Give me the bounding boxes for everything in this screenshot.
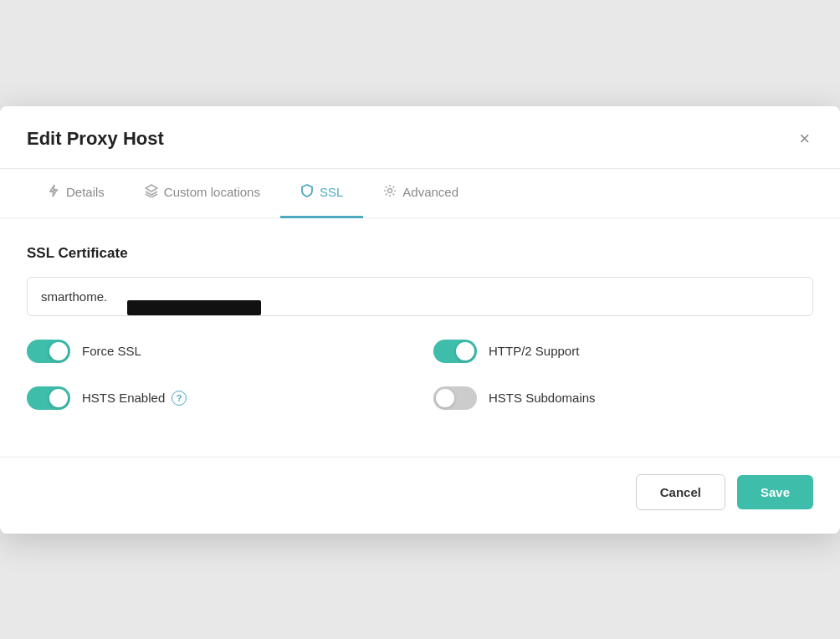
hsts-subdomains-track[interactable] (433, 386, 477, 410)
http2-thumb (456, 342, 474, 360)
force-ssl-track[interactable] (27, 340, 70, 363)
http2-toggle[interactable] (433, 340, 477, 363)
hsts-enabled-thumb (49, 389, 68, 407)
shield-icon (300, 184, 314, 201)
http2-track[interactable] (433, 340, 477, 363)
modal-title: Edit Proxy Host (27, 128, 164, 150)
hsts-enabled-toggle[interactable] (27, 386, 70, 410)
tab-custom-locations-label: Custom locations (164, 185, 260, 199)
force-ssl-toggle[interactable] (27, 340, 70, 363)
edit-proxy-host-modal: Edit Proxy Host × Details Custom locatio… (0, 106, 840, 534)
http2-row: HTTP/2 Support (433, 340, 813, 363)
gear-icon (383, 184, 397, 201)
hsts-enabled-row: HSTS Enabled ? (27, 386, 407, 410)
modal-body: SSL Certificate Force SSL (0, 218, 840, 430)
force-ssl-label: Force SSL (82, 344, 141, 358)
modal-header: Edit Proxy Host × (0, 106, 840, 169)
hsts-subdomains-thumb (436, 389, 454, 407)
hsts-enabled-track[interactable] (27, 386, 70, 410)
cancel-button[interactable]: Cancel (636, 474, 725, 510)
redacted-overlay (127, 300, 261, 315)
svg-point-1 (388, 188, 392, 192)
ssl-certificate-title: SSL Certificate (27, 245, 813, 262)
hsts-subdomains-label: HSTS Subdomains (489, 391, 596, 405)
force-ssl-row: Force SSL (27, 340, 407, 363)
save-button[interactable]: Save (737, 475, 813, 509)
tabs-bar: Details Custom locations SSL (0, 169, 840, 218)
tab-advanced-label: Advanced (402, 185, 458, 199)
close-button[interactable]: × (796, 126, 813, 151)
force-ssl-thumb (49, 342, 68, 360)
http2-label: HTTP/2 Support (489, 344, 579, 358)
tab-ssl-label: SSL (320, 185, 343, 199)
ssl-toggles-grid: Force SSL HTTP/2 Support (27, 340, 813, 410)
tab-details[interactable]: Details (27, 169, 125, 218)
hsts-enabled-label: HSTS Enabled ? (82, 391, 187, 406)
lightning-icon (47, 184, 60, 201)
tab-advanced[interactable]: Advanced (363, 169, 479, 218)
hsts-help-icon[interactable]: ? (172, 391, 187, 406)
certificate-field-wrapper (27, 277, 813, 340)
modal-footer: Cancel Save (0, 457, 840, 534)
tab-ssl[interactable]: SSL (280, 169, 363, 218)
hsts-subdomains-row: HSTS Subdomains (433, 386, 813, 410)
layers-icon (145, 184, 158, 201)
tab-details-label: Details (66, 185, 105, 199)
hsts-subdomains-toggle[interactable] (433, 386, 477, 410)
svg-marker-0 (146, 185, 157, 192)
tab-custom-locations[interactable]: Custom locations (125, 169, 280, 218)
